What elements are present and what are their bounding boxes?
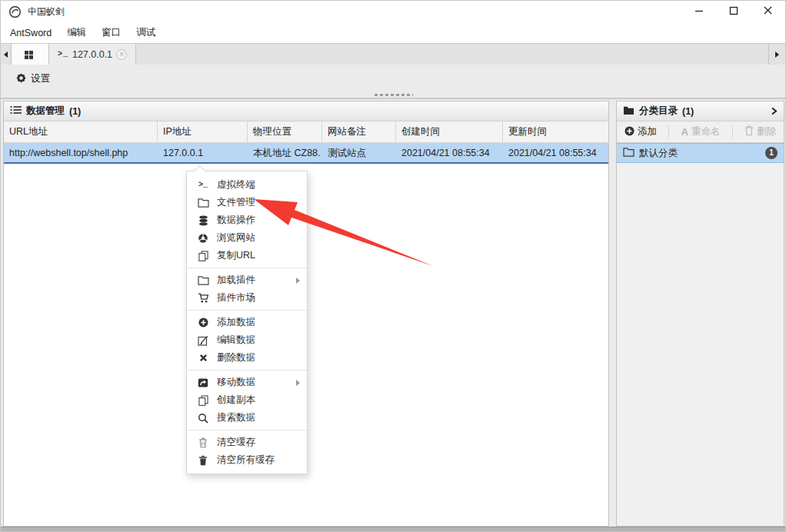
tab-label: 127.0.0.1 xyxy=(72,49,112,60)
menu-window[interactable]: 窗口 xyxy=(94,22,128,43)
cart-icon xyxy=(197,292,209,304)
cell-location: 本机地址 CZ88. xyxy=(248,143,322,162)
chevron-right-icon xyxy=(775,52,779,58)
menu-item-label: 复制URL xyxy=(217,249,255,262)
settings-toolbar: 设置 xyxy=(1,65,785,92)
category-item-label: 默认分类 xyxy=(639,147,678,160)
folder-icon xyxy=(623,147,634,159)
table-row[interactable]: http://webshell.top/shell.php 127.0.0.1 … xyxy=(4,143,608,164)
font-icon: A xyxy=(681,126,688,138)
column-header-updated[interactable]: 更新时间 xyxy=(503,121,608,142)
chevron-left-icon xyxy=(4,52,8,58)
horizontal-splitter xyxy=(1,92,785,99)
menu-item-load-plugin[interactable]: 加载插件 xyxy=(187,271,307,289)
minimize-button[interactable] xyxy=(681,1,716,22)
cell-updated: 2021/04/21 08:55:34 xyxy=(503,143,608,162)
menu-item-label: 移动数据 xyxy=(217,376,255,389)
column-header-url[interactable]: URL地址 xyxy=(4,121,158,142)
menu-edit[interactable]: 编辑 xyxy=(59,22,94,43)
tab-scroll-right-button[interactable] xyxy=(768,44,785,65)
maximize-icon xyxy=(729,6,738,18)
menu-item-browse-site[interactable]: 浏览网站 xyxy=(187,229,307,247)
menu-item-label: 创建副本 xyxy=(217,394,255,407)
cell-url: http://webshell.top/shell.php xyxy=(4,143,158,162)
column-header-created[interactable]: 创建时间 xyxy=(396,121,503,142)
menu-item-search-data[interactable]: 搜索数据 xyxy=(187,409,307,427)
menu-item-copy-url[interactable]: 复制URL xyxy=(187,247,307,264)
menu-item-move-data[interactable]: 移动数据 xyxy=(187,374,307,391)
rename-category-label: 重命名 xyxy=(691,125,721,138)
column-header-location[interactable]: 物理位置 xyxy=(248,121,322,142)
window-controls xyxy=(681,1,785,22)
menu-item-database-ops[interactable]: 数据操作 xyxy=(187,211,307,229)
chevron-right-icon xyxy=(771,107,778,115)
category-toolbar: 添加 A 重命名 删除 xyxy=(617,121,784,143)
window-title: 中国蚁剑 xyxy=(28,5,65,18)
category-item-default[interactable]: 默认分类 1 xyxy=(617,143,784,163)
menu-item-clear-cache[interactable]: 清空缓存 xyxy=(187,434,307,451)
menu-item-label: 搜索数据 xyxy=(217,411,255,424)
maximize-button[interactable] xyxy=(716,1,751,22)
menu-separator xyxy=(187,430,307,431)
menu-separator xyxy=(187,268,307,268)
menu-item-clear-all-cache[interactable]: 清空所有缓存 xyxy=(187,451,307,469)
menu-item-plugin-store[interactable]: 插件市场 xyxy=(187,289,307,307)
menu-item-edit-data[interactable]: 编辑数据 xyxy=(187,331,307,349)
menu-item-label: 数据操作 xyxy=(217,214,255,227)
add-category-button[interactable]: 添加 xyxy=(624,125,657,138)
toolbar-divider xyxy=(732,126,733,138)
rename-category-button[interactable]: A 重命名 xyxy=(681,125,721,138)
menu-antsword[interactable]: AntSword xyxy=(2,22,59,43)
menu-item-label: 清空缓存 xyxy=(217,436,255,449)
column-header-note[interactable]: 网站备注 xyxy=(322,121,396,142)
browser-icon xyxy=(197,233,209,244)
menu-item-add-data[interactable]: 添加数据 xyxy=(187,314,307,331)
tab-close-icon[interactable]: × xyxy=(116,49,127,60)
delete-category-button[interactable]: 删除 xyxy=(744,125,776,138)
category-panel: 分类目录 (1) 添加 A 重命名 删除 xyxy=(616,101,784,527)
settings-label: 设置 xyxy=(31,72,50,85)
title-bar: 中国蚁剑 xyxy=(1,1,785,22)
menu-item-label: 插件市场 xyxy=(217,291,255,304)
trash-icon xyxy=(744,125,754,138)
tab-session-127-0-0-1[interactable]: >_ 127.0.0.1 × xyxy=(49,44,136,65)
submenu-arrow-icon xyxy=(296,380,300,386)
menu-separator xyxy=(187,310,307,311)
column-header-ip[interactable]: IP地址 xyxy=(158,121,248,142)
edit-icon xyxy=(197,335,209,346)
folder-icon xyxy=(197,275,209,285)
folder-filled-icon xyxy=(623,105,634,118)
table-header-row: URL地址 IP地址 物理位置 网站备注 创建时间 更新时间 xyxy=(4,121,608,143)
terminal-icon: >_ xyxy=(197,181,209,189)
database-icon xyxy=(197,215,209,226)
plus-circle-icon xyxy=(197,318,209,328)
tab-scroll-left-button[interactable] xyxy=(1,44,12,65)
copy-icon xyxy=(197,251,209,261)
close-button[interactable] xyxy=(751,1,785,22)
x-icon xyxy=(197,354,209,362)
menu-debug[interactable]: 调试 xyxy=(128,22,163,43)
search-icon xyxy=(197,413,209,424)
splitter-grip[interactable] xyxy=(375,94,413,96)
data-panel-count: (1) xyxy=(69,106,81,117)
category-count-badge: 1 xyxy=(765,147,778,159)
menu-bar: AntSword 编辑 窗口 调试 xyxy=(1,22,785,43)
cell-created: 2021/04/21 08:55:34 xyxy=(396,143,503,162)
cell-ip: 127.0.0.1 xyxy=(158,143,248,162)
menu-item-file-manager[interactable]: 文件管理 xyxy=(187,194,307,211)
settings-button[interactable]: 设置 xyxy=(11,70,55,88)
menu-item-label: 加载插件 xyxy=(217,274,255,287)
tab-home[interactable] xyxy=(12,44,49,65)
close-icon xyxy=(763,5,773,18)
menu-item-duplicate-data[interactable]: 创建副本 xyxy=(187,391,307,409)
menu-item-delete-data[interactable]: 删除数据 xyxy=(187,349,307,367)
delete-category-label: 删除 xyxy=(757,125,776,138)
grid-icon xyxy=(25,51,28,55)
panel-collapse-button[interactable] xyxy=(771,107,778,115)
trash-filled-icon xyxy=(197,455,209,466)
menu-item-virtual-terminal[interactable]: >_ 虚拟终端 xyxy=(187,176,307,194)
context-menu: >_ 虚拟终端 文件管理 数据操作 浏览网站 复制URL xyxy=(186,171,308,474)
menu-item-label: 虚拟终端 xyxy=(217,178,255,191)
add-category-label: 添加 xyxy=(638,125,657,138)
menu-item-label: 浏览网站 xyxy=(217,231,255,244)
